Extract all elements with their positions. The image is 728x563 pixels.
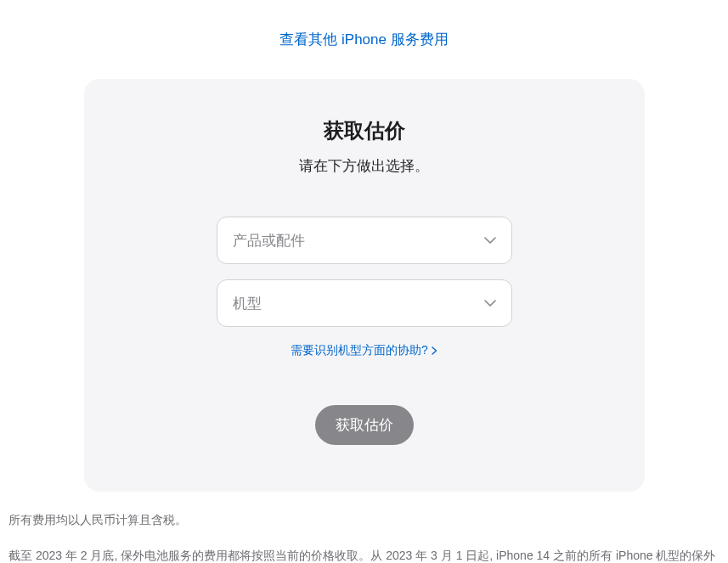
card-title: 获取估价 bbox=[118, 117, 611, 144]
model-select[interactable]: 机型 bbox=[217, 279, 512, 327]
card-subtitle: 请在下方做出选择。 bbox=[118, 156, 611, 176]
footnote-text-part1: 截至 2023 年 2 月底, 保外电池服务的费用都将按照当前的价格收取。从 2… bbox=[8, 549, 715, 563]
chevron-right-icon bbox=[432, 346, 437, 355]
footnote-price-increase: 截至 2023 年 2 月底, 保外电池服务的费用都将按照当前的价格收取。从 2… bbox=[8, 546, 720, 563]
help-link-text: 需要识别机型方面的协助? bbox=[291, 343, 428, 358]
footnote-currency: 所有费用均以人民币计算且含税。 bbox=[8, 510, 720, 529]
get-estimate-button[interactable]: 获取估价 bbox=[315, 405, 414, 445]
chevron-down-icon bbox=[484, 297, 496, 309]
estimate-card: 获取估价 请在下方做出选择。 产品或配件 机型 需要识别机型方面的协助? 获取估… bbox=[84, 79, 645, 492]
footnotes: 所有费用均以人民币计算且含税。 截至 2023 年 2 月底, 保外电池服务的费… bbox=[8, 510, 720, 563]
model-select-placeholder: 机型 bbox=[233, 294, 262, 313]
product-select-placeholder: 产品或配件 bbox=[233, 231, 305, 251]
view-other-services-link[interactable]: 查看其他 iPhone 服务费用 bbox=[0, 30, 728, 49]
product-select[interactable]: 产品或配件 bbox=[217, 217, 512, 264]
identify-model-help-link[interactable]: 需要识别机型方面的协助? bbox=[291, 343, 437, 358]
chevron-down-icon bbox=[484, 234, 496, 246]
